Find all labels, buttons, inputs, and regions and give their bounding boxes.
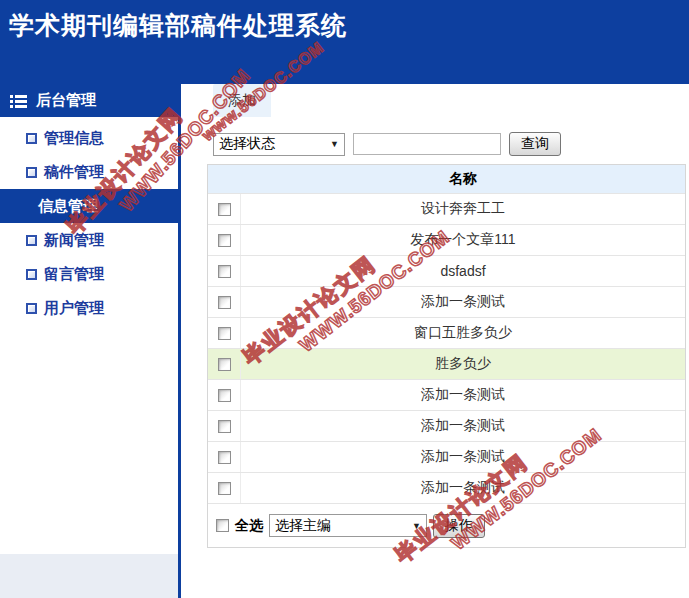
row-checkbox[interactable] [218, 203, 231, 216]
tab-add-label: 添加 [228, 92, 256, 110]
layout: 后台管理 管理信息稿件管理信息管理新闻管理留言管理用户管理 添加 选择状态 ▼ … [0, 84, 689, 598]
search-button[interactable]: 查询 [509, 132, 561, 156]
row-name: 胜多负少 [241, 349, 685, 379]
sidebar-footer-strip [0, 554, 178, 598]
main-content: 添加 选择状态 ▼ 查询 名称 设计奔奔工工发布一个文章111dsfadsf添加… [181, 84, 689, 598]
square-icon [26, 303, 37, 314]
row-checkbox-cell [208, 349, 241, 379]
sidebar-item-label: 管理信息 [44, 129, 104, 148]
row-checkbox-cell [208, 287, 241, 317]
sidebar-item-info-mgmt[interactable]: 信息管理 [0, 189, 178, 223]
row-checkbox[interactable] [218, 358, 231, 371]
row-checkbox[interactable] [218, 327, 231, 340]
search-input[interactable] [353, 133, 501, 155]
table-header-name: 名称 [241, 165, 685, 193]
row-checkbox-cell [208, 318, 241, 348]
square-icon [26, 269, 37, 280]
select-all-label: 全选 [235, 517, 263, 535]
menu-icon [10, 94, 27, 107]
chevron-down-icon: ▼ [330, 139, 339, 149]
row-checkbox[interactable] [218, 234, 231, 247]
row-checkbox-cell [208, 442, 241, 472]
select-all-checkbox[interactable] [216, 519, 229, 532]
table-header-checkbox-cell [208, 165, 241, 193]
sidebar-item-label: 新闻管理 [44, 231, 104, 250]
sidebar-item-label: 留言管理 [44, 265, 104, 284]
page-title: 学术期刊编辑部稿件处理系统 [0, 0, 689, 42]
row-checkbox-cell [208, 411, 241, 441]
row-checkbox[interactable] [218, 451, 231, 464]
sidebar-item-user-admin[interactable]: 用户管理 [0, 291, 178, 325]
table-row: dsfadsf [208, 255, 685, 286]
row-checkbox[interactable] [218, 420, 231, 433]
tab-add[interactable]: 添加 [213, 84, 271, 117]
row-checkbox-cell [208, 194, 241, 224]
sidebar-item-label: 信息管理 [38, 197, 98, 216]
table-row: 添加一条测试 [208, 441, 685, 472]
editor-select[interactable]: 选择主编 ▼ [269, 514, 427, 537]
sidebar-item-message-admin[interactable]: 留言管理 [0, 257, 178, 291]
table-header-row: 名称 [208, 165, 685, 193]
table-row: 发布一个文章111 [208, 224, 685, 255]
status-select-value: 选择状态 [219, 135, 275, 153]
table-row: 胜多负少 [208, 348, 685, 379]
table-row: 添加一条测试 [208, 379, 685, 410]
row-checkbox-cell [208, 473, 241, 503]
table-row: 设计奔奔工工 [208, 193, 685, 224]
row-name: dsfadsf [241, 256, 685, 286]
sidebar-header[interactable]: 后台管理 [0, 84, 178, 117]
row-name: 添加一条测试 [241, 411, 685, 441]
sidebar: 后台管理 管理信息稿件管理信息管理新闻管理留言管理用户管理 [0, 84, 178, 598]
sidebar-item-label: 用户管理 [44, 299, 104, 318]
table-row: 窗口五胜多负少 [208, 317, 685, 348]
row-checkbox[interactable] [218, 389, 231, 402]
table-row: 添加一条测试 [208, 410, 685, 441]
status-select[interactable]: 选择状态 ▼ [213, 133, 345, 156]
row-checkbox-cell [208, 225, 241, 255]
row-name: 发布一个文章111 [241, 225, 685, 255]
sidebar-items: 管理信息稿件管理信息管理新闻管理留言管理用户管理 [0, 117, 178, 325]
sidebar-item-manuscript-admin[interactable]: 稿件管理 [0, 155, 178, 189]
row-name: 设计奔奔工工 [241, 194, 685, 224]
row-checkbox[interactable] [218, 296, 231, 309]
row-checkbox[interactable] [218, 482, 231, 495]
table-row: 添加一条测试 [208, 472, 685, 503]
row-name: 添加一条测试 [241, 442, 685, 472]
sidebar-filler [0, 325, 178, 554]
row-name: 添加一条测试 [241, 473, 685, 503]
row-name: 添加一条测试 [241, 380, 685, 410]
editor-select-value: 选择主编 [275, 517, 331, 535]
row-name: 窗口五胜多负少 [241, 318, 685, 348]
sidebar-item-news-admin[interactable]: 新闻管理 [0, 223, 178, 257]
square-icon [26, 235, 37, 246]
page: 学术期刊编辑部稿件处理系统 后台管理 管理信息稿件管理信息管理新闻管理留言管理用… [0, 0, 689, 598]
table-body: 设计奔奔工工发布一个文章111dsfadsf添加一条测试窗口五胜多负少胜多负少添… [208, 193, 685, 503]
square-icon [26, 167, 37, 178]
table-footer-row: 全选 选择主编 ▼ 操作 [208, 503, 685, 547]
app-header: 学术期刊编辑部稿件处理系统 [0, 0, 689, 84]
data-table: 名称 设计奔奔工工发布一个文章111dsfadsf添加一条测试窗口五胜多负少胜多… [207, 164, 686, 548]
row-name: 添加一条测试 [241, 287, 685, 317]
sidebar-header-label: 后台管理 [36, 91, 96, 110]
row-checkbox[interactable] [218, 265, 231, 278]
sidebar-item-label: 稿件管理 [44, 163, 104, 182]
chevron-down-icon: ▼ [412, 521, 421, 531]
filter-row: 选择状态 ▼ 查询 [213, 132, 689, 156]
table-row: 添加一条测试 [208, 286, 685, 317]
row-checkbox-cell [208, 380, 241, 410]
action-button[interactable]: 操作 [433, 514, 485, 538]
sidebar-item-info-admin[interactable]: 管理信息 [0, 121, 178, 155]
square-icon [26, 133, 37, 144]
row-checkbox-cell [208, 256, 241, 286]
